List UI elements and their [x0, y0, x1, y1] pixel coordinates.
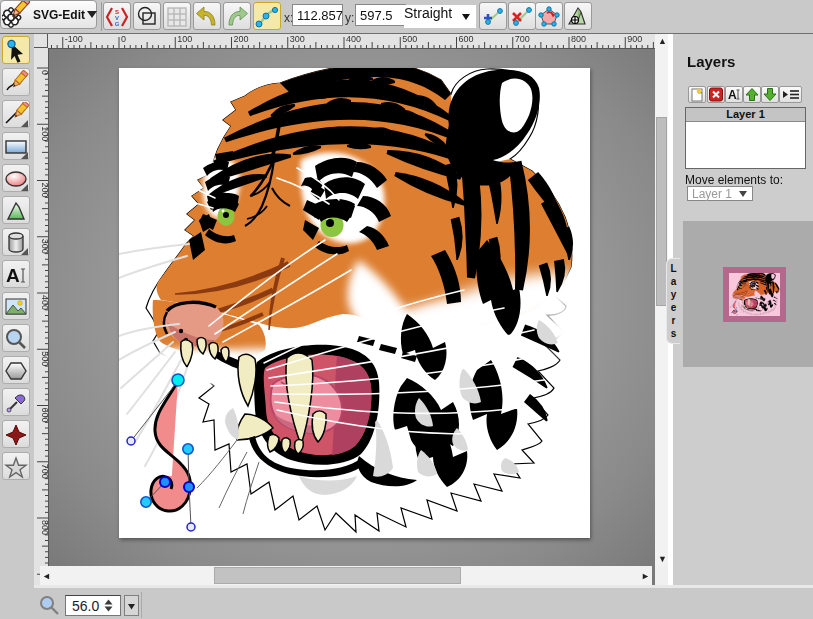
svg-text:0: 0: [40, 70, 48, 75]
svg-text:A: A: [728, 88, 737, 102]
svg-text:600: 600: [459, 34, 474, 44]
svg-text:G: G: [115, 21, 120, 27]
svg-text:100: 100: [177, 34, 192, 44]
svg-text:700: 700: [515, 34, 530, 44]
svg-text:500: 500: [402, 34, 417, 44]
svg-text:200: 200: [40, 183, 48, 198]
svg-text:800: 800: [40, 520, 48, 535]
svg-text:0: 0: [121, 34, 126, 44]
svg-text:A: A: [6, 265, 20, 286]
svg-text:600: 600: [40, 408, 48, 423]
svg-text:100: 100: [40, 126, 48, 141]
svg-text:500: 500: [40, 351, 48, 366]
svg-text:300: 300: [40, 239, 48, 254]
svg-text:900: 900: [627, 34, 642, 44]
svg-text:300: 300: [290, 34, 305, 44]
svg-text:400: 400: [40, 295, 48, 310]
svg-text:-100: -100: [65, 34, 83, 44]
svg-text:200: 200: [234, 34, 249, 44]
svg-text:400: 400: [346, 34, 361, 44]
svg-text:800: 800: [571, 34, 586, 44]
svg-text:700: 700: [40, 464, 48, 479]
